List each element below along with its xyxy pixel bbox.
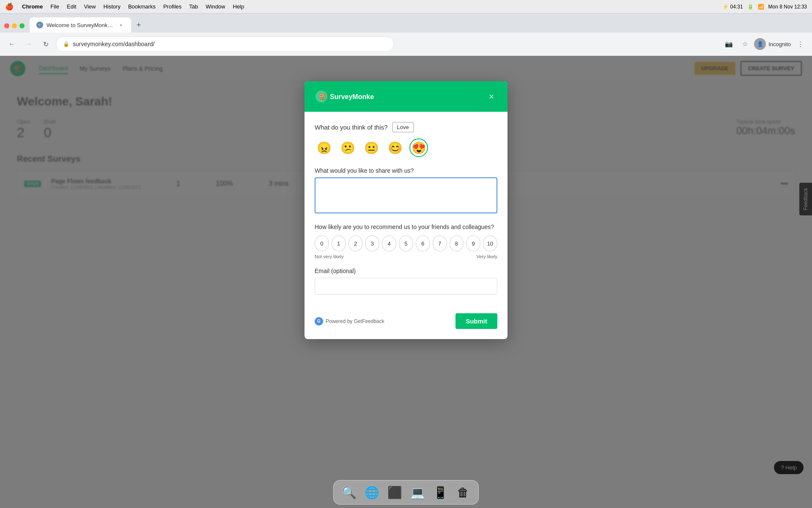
nps-5[interactable]: 5 <box>399 235 413 251</box>
dock-chrome-icon[interactable]: 🌐 <box>362 482 382 502</box>
emoji-happy[interactable]: 😊 <box>386 138 404 157</box>
bookmark-icon[interactable]: ☆ <box>738 37 752 51</box>
page-content: 🐒 Dashboard My Surveys Plans & Pricing U… <box>0 56 812 508</box>
apple-logo-icon[interactable]: 🍎 <box>5 3 14 11</box>
dock-iterm-icon[interactable]: ⬛ <box>384 482 405 502</box>
close-window-button[interactable] <box>4 23 9 28</box>
profile-avatar[interactable]: 👤 <box>754 38 766 50</box>
feedback-modal: 🐒 SurveyMonkey × What do you think of th… <box>304 81 508 339</box>
share-textarea[interactable] <box>315 177 497 213</box>
nps-6[interactable]: 6 <box>416 235 430 251</box>
menu-history[interactable]: History <box>103 3 120 10</box>
svg-text:🐒: 🐒 <box>318 92 328 101</box>
nps-0[interactable]: 0 <box>315 235 329 251</box>
menu-profiles[interactable]: Profiles <box>163 3 181 10</box>
more-options-button[interactable]: ⋮ <box>793 37 807 51</box>
emoji-confused[interactable]: 😕 <box>338 138 357 157</box>
camera-off-icon[interactable]: 📷 <box>722 37 735 51</box>
menubar-right: ⚡ 04:31 🔋 📶 Mon 8 Nov 12:33 <box>722 4 807 10</box>
clock: Mon 8 Nov 12:33 <box>768 4 807 10</box>
dock-browser-icon[interactable]: 💻 <box>407 482 428 502</box>
wifi-icon: 📶 <box>758 4 764 10</box>
nps-4[interactable]: 4 <box>382 235 396 251</box>
menu-items: Chrome File Edit View History Bookmarks … <box>22 3 244 10</box>
browser-toolbar: ← → ↻ 🔒 surveymonkey.com/dashboard/ 📷 ☆ … <box>0 33 812 56</box>
love-badge: Love <box>392 122 414 133</box>
back-button[interactable]: ← <box>5 37 19 51</box>
nps-label-right: Very likely <box>476 254 497 259</box>
menu-file[interactable]: File <box>50 3 59 10</box>
modal-body: What do you think of this? Love 😠 😕 😐 😊 … <box>304 112 508 313</box>
modal-header: 🐒 SurveyMonkey × <box>304 81 508 112</box>
nps-3[interactable]: 3 <box>365 235 379 251</box>
surveymonkey-logo-svg: 🐒 SurveyMonkey <box>315 90 374 103</box>
mac-dock: 🔍 🌐 ⬛ 💻 📱 🗑 <box>333 480 479 505</box>
menu-window[interactable]: Window <box>206 3 225 10</box>
emoji-angry[interactable]: 😠 <box>315 138 333 157</box>
submit-button[interactable]: Submit <box>455 313 497 329</box>
nps-10[interactable]: 10 <box>483 235 497 251</box>
tab-bar: 🐒 Welcome to SurveyMonkey! × + <box>0 14 812 33</box>
maximize-window-button[interactable] <box>19 23 25 28</box>
app-name[interactable]: Chrome <box>22 3 43 10</box>
modal-logo: 🐒 SurveyMonkey <box>315 90 374 103</box>
emoji-row: 😠 😕 😐 😊 😍 <box>315 138 497 157</box>
dock-phone-icon[interactable]: 📱 <box>430 482 450 502</box>
dock-finder-icon[interactable]: 🔍 <box>339 482 359 502</box>
menu-help[interactable]: Help <box>233 3 244 10</box>
menu-bookmarks[interactable]: Bookmarks <box>128 3 156 10</box>
emoji-neutral[interactable]: 😐 <box>362 138 381 157</box>
menu-tab[interactable]: Tab <box>189 3 198 10</box>
powered-by: G Powered by GetFeedback <box>315 317 384 326</box>
browser-chrome: 🐒 Welcome to SurveyMonkey! × + ← → ↻ 🔒 s… <box>0 14 812 56</box>
emoji-question: What do you think of this? Love <box>315 122 497 133</box>
address-bar[interactable]: 🔒 surveymonkey.com/dashboard/ <box>56 36 394 52</box>
url-text: surveymonkey.com/dashboard/ <box>73 41 155 47</box>
toolbar-right: 📷 ☆ 👤 Incognito ⋮ <box>722 37 807 51</box>
tab-title: Welcome to SurveyMonkey! <box>47 22 114 28</box>
menu-edit[interactable]: Edit <box>67 3 76 10</box>
lock-icon: 🔒 <box>63 41 69 47</box>
reload-button[interactable]: ↻ <box>39 37 52 51</box>
menu-view[interactable]: View <box>84 3 96 10</box>
modal-close-button[interactable]: × <box>486 91 497 102</box>
modal-overlay: 🐒 SurveyMonkey × What do you think of th… <box>0 56 812 508</box>
email-input[interactable] <box>315 278 497 295</box>
forward-button[interactable]: → <box>22 37 36 51</box>
modal-footer: G Powered by GetFeedback Submit <box>304 313 508 339</box>
nps-label-left: Not very likely <box>315 254 343 259</box>
battery-time: ⚡ 04:31 <box>722 4 743 10</box>
email-label: Email (optional) <box>315 268 497 274</box>
browser-tab[interactable]: 🐒 Welcome to SurveyMonkey! × <box>30 17 131 33</box>
minimize-window-button[interactable] <box>12 23 17 28</box>
nps-7[interactable]: 7 <box>433 235 447 251</box>
nps-1[interactable]: 1 <box>332 235 346 251</box>
powered-by-label: Powered by GetFeedback <box>326 318 384 324</box>
emoji-love[interactable]: 😍 <box>409 138 428 157</box>
nps-2[interactable]: 2 <box>348 235 363 251</box>
favicon-icon: 🐒 <box>36 22 43 28</box>
battery-icon: 🔋 <box>747 4 754 10</box>
nps-question: How likely are you to recommend us to yo… <box>315 224 497 230</box>
nps-row: 0 1 2 3 4 5 6 7 8 9 10 <box>315 235 497 251</box>
nps-9[interactable]: 9 <box>466 235 480 251</box>
profile-icon: 👤 <box>757 41 763 47</box>
close-tab-button[interactable]: × <box>118 22 124 28</box>
getfeedback-icon: G <box>315 317 323 326</box>
nps-labels: Not very likely Very likely <box>315 254 497 259</box>
share-question-label: What would you like to share with us? <box>315 167 497 174</box>
profile-label: Incognito <box>768 41 791 47</box>
svg-text:SurveyMonkey: SurveyMonkey <box>330 93 374 100</box>
nps-8[interactable]: 8 <box>450 235 464 251</box>
dock-trash-icon[interactable]: 🗑 <box>453 482 473 502</box>
new-tab-button[interactable]: + <box>133 19 145 31</box>
mac-menubar: 🍎 Chrome File Edit View History Bookmark… <box>0 0 812 14</box>
